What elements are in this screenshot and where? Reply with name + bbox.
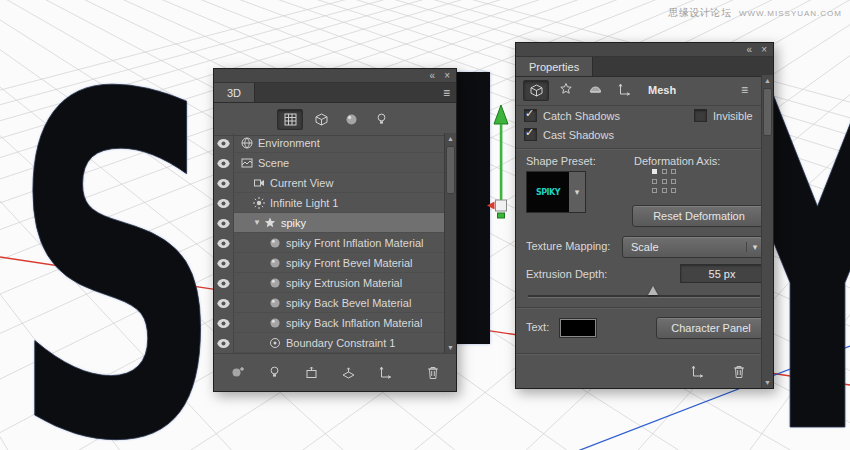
filter-mesh-icon[interactable] (309, 110, 333, 129)
3d-row-boundary-constraint-1[interactable]: Boundary Constraint 1 (214, 333, 445, 353)
visibility-eye-icon[interactable] (214, 133, 234, 153)
text-color-swatch[interactable] (560, 319, 596, 337)
material-sphere-icon (269, 257, 281, 269)
visibility-eye-icon[interactable] (214, 273, 234, 293)
visibility-eye-icon[interactable] (214, 233, 234, 253)
checkbox-box[interactable] (524, 128, 537, 141)
scrollbar-thumb[interactable] (763, 88, 772, 136)
extrusion-slider-thumb[interactable] (648, 286, 658, 295)
scroll-up-icon[interactable]: ▲ (445, 133, 456, 144)
3d-row-spiky-back-bevel-material[interactable]: spiky Back Bevel Material (214, 293, 445, 313)
collapse-panel-icon[interactable]: « (747, 45, 753, 55)
panel-menu-icon[interactable]: ≡ (443, 86, 450, 100)
deformation-axis-widget[interactable] (652, 169, 678, 195)
ground-plane-icon[interactable] (337, 363, 361, 382)
3d-axis-widget[interactable] (486, 103, 516, 223)
visibility-eye-icon[interactable] (214, 193, 234, 213)
visibility-eye-icon[interactable] (214, 333, 234, 353)
y-scale-handle[interactable] (498, 213, 505, 218)
collapse-panel-icon[interactable]: « (430, 71, 436, 81)
3d-row-current-view[interactable]: Current View (214, 173, 445, 193)
visibility-eye-icon[interactable] (214, 253, 234, 273)
filter-material-icon[interactable] (339, 110, 363, 129)
shape-preset-label: Shape Preset: (526, 155, 596, 167)
invisible-checkbox[interactable]: Invisible (694, 109, 753, 122)
y-axis-arrow-icon[interactable] (494, 105, 508, 124)
cast-shadows-checkbox[interactable]: Cast Shadows (524, 128, 614, 141)
add-material-icon[interactable] (226, 363, 250, 382)
tab-properties[interactable]: Properties (516, 57, 593, 76)
catch-shadows-checkbox[interactable]: Catch Shadows (524, 109, 620, 122)
scroll-up-icon[interactable]: ▲ (762, 75, 773, 86)
watermark-url: WWW.MISSYUAN.COM (739, 9, 842, 18)
deform-icon[interactable] (554, 80, 578, 99)
checkbox-label: Cast Shadows (543, 129, 614, 141)
3d-row-spiky-extrusion-material[interactable]: spiky Extrusion Material (214, 273, 445, 293)
watermark: 思缘设计论坛 WWW.MISSYUAN.COM (669, 6, 842, 20)
3d-row-spiky-front-bevel-material[interactable]: spiky Front Bevel Material (214, 253, 445, 273)
3d-row-spiky-front-inflation-material[interactable]: spiky Front Inflation Material (214, 233, 445, 253)
scroll-down-icon[interactable]: ▼ (762, 377, 773, 388)
3d-row-label: Scene (258, 157, 289, 169)
coordinates-icon[interactable] (685, 362, 709, 381)
3d-row-label: spiky (281, 217, 306, 229)
photoshop-3d-workspace: S Y 思缘设计论坛 WWW.MISSYUAN.COM « × 3D ≡ Env… (0, 0, 850, 450)
close-panel-icon[interactable]: × (444, 71, 450, 81)
close-panel-icon[interactable]: × (761, 45, 767, 55)
new-object-icon[interactable] (300, 363, 324, 382)
3d-panel: « × 3D ≡ EnvironmentSceneCurrent ViewInf… (213, 68, 457, 392)
divider (516, 353, 762, 354)
environment-icon (241, 137, 253, 149)
shape-preset-thumbnail: SPIKY (527, 172, 569, 212)
chevron-down-icon[interactable]: ▾ (569, 172, 585, 212)
light-icon (253, 197, 265, 209)
add-light-icon[interactable] (263, 363, 287, 382)
reset-deformation-button[interactable]: Reset Deformation (632, 205, 766, 227)
coordinates-icon[interactable] (374, 363, 398, 382)
checkbox-box[interactable] (524, 109, 537, 122)
3d-row-environment[interactable]: Environment (214, 133, 445, 153)
mesh-cube-icon[interactable] (523, 80, 549, 101)
3d-panel-scrollbar[interactable]: ▲ ▼ (444, 133, 456, 353)
3d-panel-tabs: 3D ≡ (214, 83, 456, 103)
properties-header: Mesh ≡ (516, 75, 762, 106)
shape-preset-picker[interactable]: SPIKY ▾ (526, 171, 586, 213)
texture-mapping-select[interactable]: Scale ▾ (622, 236, 764, 258)
expand-triangle-icon[interactable]: ▼ (253, 218, 261, 227)
3d-row-spiky[interactable]: ▼spiky (214, 213, 445, 233)
visibility-eye-icon[interactable] (214, 153, 234, 173)
visibility-eye-icon[interactable] (214, 213, 234, 233)
panel-menu-icon[interactable]: ≡ (741, 83, 748, 97)
visibility-eye-icon[interactable] (214, 293, 234, 313)
texture-mapping-value: Scale (623, 241, 746, 253)
material-sphere-icon (269, 317, 281, 329)
x-axis-arrow-icon[interactable] (487, 202, 495, 210)
text-label: Text: (526, 321, 549, 333)
visibility-eye-icon[interactable] (214, 173, 234, 193)
filter-scene-icon[interactable] (277, 109, 303, 130)
watermark-site-name: 思缘设计论坛 (669, 7, 732, 18)
3d-letter-s[interactable]: S (12, 36, 222, 450)
cap-icon[interactable] (583, 80, 607, 99)
properties-scrollbar[interactable]: ▲ ▼ (761, 75, 773, 388)
character-panel-button[interactable]: Character Panel (656, 317, 766, 339)
3d-row-scene[interactable]: Scene (214, 153, 445, 173)
y-axis-shaft[interactable] (500, 124, 503, 200)
3d-row-spiky-back-inflation-material[interactable]: spiky Back Inflation Material (214, 313, 445, 333)
delete-icon[interactable] (421, 363, 445, 382)
axis-center-cube[interactable] (496, 200, 507, 211)
filter-light-icon[interactable] (369, 110, 393, 129)
coordinates-icon[interactable] (612, 80, 636, 99)
scroll-down-icon[interactable]: ▼ (445, 342, 456, 353)
properties-panel: « × Properties Mesh ≡ Catch Shadows Invi… (515, 42, 774, 389)
scrollbar-thumb[interactable] (446, 146, 455, 194)
extrusion-depth-field[interactable]: 55 px (680, 264, 764, 283)
extrusion-depth-slider[interactable] (528, 295, 760, 298)
3d-row-infinite-light-1[interactable]: Infinite Light 1 (214, 193, 445, 213)
visibility-eye-icon[interactable] (214, 313, 234, 333)
properties-footer (685, 362, 751, 381)
delete-icon[interactable] (727, 362, 751, 381)
checkbox-box[interactable] (694, 109, 707, 122)
tab-3d[interactable]: 3D (214, 83, 255, 102)
3d-row-label: Boundary Constraint 1 (286, 337, 395, 349)
